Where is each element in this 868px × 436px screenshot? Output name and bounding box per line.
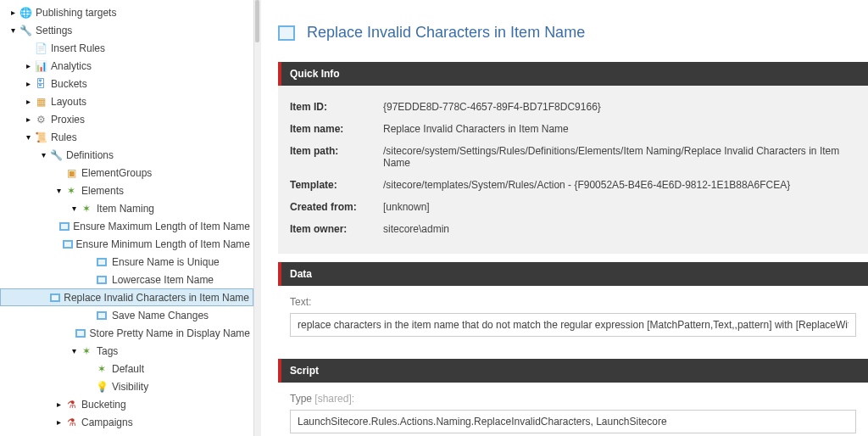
toggle-placeholder: ▸ (85, 382, 93, 391)
quick-info-key: Item ID: (290, 101, 383, 113)
tree-item[interactable]: ▾✶Elements (0, 182, 253, 199)
tree-item-label: Visibility (112, 381, 148, 393)
tree-item[interactable]: ▾✶Item Naming (0, 199, 253, 217)
tree-item-label: Buckets (51, 78, 87, 90)
content-tree[interactable]: ▸🌐Publishing targets▾🔧Settings▸📄Insert R… (0, 0, 254, 436)
tree-item-icon: 🗄 (34, 77, 47, 91)
tree-item[interactable]: ▸✶Default (0, 360, 253, 377)
quick-info-key: Template: (290, 179, 383, 191)
tree-item-label: Definitions (66, 149, 114, 161)
tree-item[interactable]: ▸Replace Invalid Characters in Item Name (0, 288, 253, 306)
expand-icon[interactable]: ▸ (24, 61, 32, 70)
expand-icon[interactable]: ▸ (24, 97, 32, 106)
tree-item-label: Layouts (51, 96, 86, 108)
section-header-data[interactable]: Data (278, 262, 868, 286)
toggle-placeholder: ▸ (44, 293, 48, 302)
tree-item[interactable]: ▸Ensure Name is Unique (0, 253, 253, 271)
tree-item[interactable]: ▾📜Rules (0, 128, 253, 146)
tree-item-icon (63, 238, 73, 251)
tree-item[interactable]: ▸💡Visibility (0, 377, 253, 395)
tree-item-icon: ▣ (64, 166, 78, 180)
tree-item[interactable]: ▸⚗Bucketing (0, 395, 253, 413)
quick-info-key: Item name: (290, 123, 383, 135)
tree-item[interactable]: ▸Lowercase Item Name (0, 271, 253, 288)
quick-info-section: Quick Info Item ID:{97EDDE8D-778C-4657-8… (278, 62, 868, 254)
tree-item[interactable]: ▸▦Layouts (0, 92, 253, 110)
quick-info-value: sitecore\admin (383, 223, 856, 235)
quick-info-value: /sitecore/templates/System/Rules/Action … (383, 179, 856, 191)
tree-item-label: Store Pretty Name in Display Name (90, 327, 250, 339)
tree-item[interactable]: ▸📊Analytics (0, 57, 253, 75)
type-field-label: Type [shared]: (290, 393, 856, 405)
quick-info-value: Replace Invalid Characters in Item Name (383, 123, 856, 135)
tree-item-icon: ⚙ (34, 113, 47, 126)
expand-icon[interactable]: ▸ (54, 417, 63, 427)
tree-item-icon (95, 309, 108, 322)
quick-info-row: Item owner:sitecore\admin (290, 218, 856, 240)
section-header-script[interactable]: Script (278, 359, 868, 383)
tree-item[interactable]: ▸🌐Publishing targets (0, 3, 253, 21)
expand-icon[interactable]: ▸ (24, 115, 32, 124)
expand-icon[interactable]: ▸ (8, 8, 17, 17)
splitter[interactable] (254, 0, 261, 436)
toggle-placeholder: ▸ (24, 43, 32, 53)
tree-item-icon (95, 273, 108, 287)
tree-item-label: ElementGroups (81, 167, 152, 179)
toggle-placeholder: ▸ (54, 168, 63, 177)
toggle-placeholder: ▸ (85, 310, 93, 320)
quick-info-key: Created from: (290, 201, 383, 213)
collapse-icon[interactable]: ▾ (39, 150, 47, 159)
tree-item[interactable]: ▾🔧Settings (0, 21, 253, 39)
tree-item-label: Default (112, 363, 144, 375)
tree-item[interactable]: ▾🔧Definitions (0, 146, 253, 164)
type-field[interactable] (290, 410, 856, 433)
page-title: Replace Invalid Characters in Item Name (307, 24, 585, 42)
data-body: Text: (278, 286, 868, 350)
tree-item[interactable]: ▸🗄Buckets (0, 75, 253, 92)
tree-item-icon (59, 220, 70, 233)
collapse-icon[interactable]: ▾ (54, 186, 63, 195)
tree-item[interactable]: ▸⚗Campaigns (0, 413, 253, 431)
tree-item[interactable]: ▾✶Tags (0, 342, 253, 360)
tree-item-icon: ✶ (80, 344, 93, 358)
tree-item-icon: 💡 (95, 380, 108, 394)
tree-item-label: Replace Invalid Characters in Item Name (64, 292, 249, 304)
tree-item-label: Ensure Name is Unique (112, 256, 220, 268)
expand-icon[interactable]: ▸ (24, 79, 32, 88)
tree-item[interactable]: ▸Store Pretty Name in Display Name (0, 324, 253, 342)
script-body: Type [shared]: (278, 383, 868, 436)
text-field[interactable] (290, 313, 856, 337)
quick-info-row: Created from:[unknown] (290, 196, 856, 218)
tree-item-icon: 📜 (34, 131, 47, 144)
collapse-icon[interactable]: ▾ (24, 132, 32, 142)
tree-item-label: Elements (81, 185, 124, 197)
tree-item-icon: 🔧 (49, 148, 63, 162)
collapse-icon[interactable]: ▾ (70, 204, 78, 213)
tree-item[interactable]: ▸📄Insert Rules (0, 39, 253, 57)
section-header-quick-info[interactable]: Quick Info (278, 62, 868, 86)
collapse-icon[interactable]: ▾ (8, 25, 17, 35)
expand-icon[interactable]: ▸ (54, 400, 63, 409)
tree-item[interactable]: ▸Ensure Minimum Length of Item Name (0, 235, 253, 253)
script-section: Script Type [shared]: (278, 359, 868, 436)
quick-info-body: Item ID:{97EDDE8D-778C-4657-89F4-BD71F8D… (278, 86, 868, 254)
tree-item[interactable]: ▸▣ElementGroups (0, 164, 253, 182)
toggle-placeholder: ▸ (85, 257, 93, 266)
tree-item-icon: ✶ (64, 184, 78, 198)
tree-item-label: Bucketing (81, 399, 126, 411)
tree-item-label: Rules (51, 131, 77, 143)
collapse-icon[interactable]: ▾ (70, 346, 78, 355)
tree-item[interactable]: ▸Save Name Changes (0, 306, 253, 324)
tree-item-label: Settings (36, 25, 72, 36)
tree-item[interactable]: ▸⚙Proxies (0, 110, 253, 128)
tree-item-label: Campaigns (81, 416, 133, 428)
tree-item-icon: ⚗ (64, 398, 78, 411)
tree-item-label: Ensure Maximum Length of Item Name (73, 221, 250, 232)
toggle-placeholder: ▸ (53, 221, 58, 231)
tree-item-icon: ▦ (34, 95, 47, 109)
toggle-placeholder: ▸ (55, 239, 61, 249)
tree-item[interactable]: ▸Ensure Maximum Length of Item Name (0, 217, 253, 235)
tree-item-label: Publishing targets (36, 7, 116, 19)
tree-item-label: Insert Rules (51, 42, 105, 54)
quick-info-value: {97EDDE8D-778C-4657-89F4-BD71F8DC9166} (383, 101, 856, 113)
